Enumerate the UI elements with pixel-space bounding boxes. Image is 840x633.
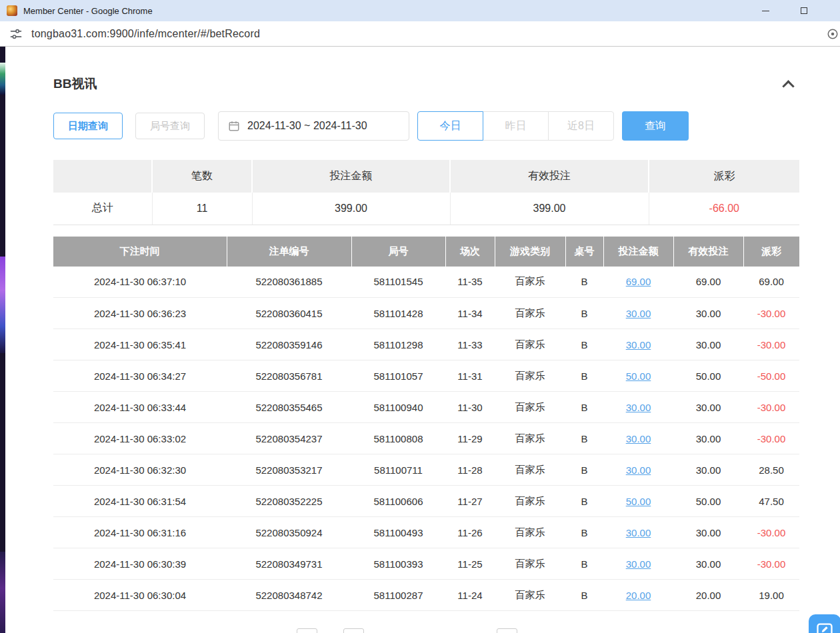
cell-valid: 30.00: [673, 517, 743, 548]
bet-amount-link[interactable]: 30.00: [626, 464, 651, 476]
date-range-picker[interactable]: 2024-11-30 ~ 2024-11-30: [218, 111, 409, 141]
cell-payout: -30.00: [743, 392, 799, 423]
cell-round: 581100808: [351, 423, 445, 454]
bet-amount-link[interactable]: 30.00: [626, 433, 651, 444]
minimize-button[interactable]: [746, 0, 785, 21]
cell-round: 581101428: [351, 298, 445, 329]
bet-amount-link[interactable]: 50.00: [626, 496, 651, 507]
cell-payout: -30.00: [743, 298, 799, 329]
cell-session: 11-25: [445, 548, 495, 580]
cell-valid: 50.00: [673, 486, 743, 517]
cell-valid: 30.00: [673, 454, 743, 486]
summary-corner-cell: [53, 160, 152, 193]
summary-valid-bet: 399.00: [450, 193, 649, 225]
bet-record-row: 2024-11-30 06:31:54522080352225581100606…: [53, 486, 799, 517]
cell-time: 2024-11-30 06:36:23: [53, 298, 227, 329]
cell-round: 581101298: [351, 329, 445, 360]
cell-time: 2024-11-30 06:32:30: [53, 454, 227, 486]
cell-time: 2024-11-30 06:35:41: [53, 329, 227, 360]
bet-amount-link[interactable]: 30.00: [626, 308, 651, 319]
records-column-header: 派彩: [743, 237, 799, 267]
cell-table_no: B: [565, 454, 603, 486]
records-column-header: 桌号: [565, 237, 603, 267]
pagination-button[interactable]: [297, 628, 317, 633]
pagination-button[interactable]: [497, 628, 517, 633]
cell-bet_no: 522080348742: [227, 580, 351, 611]
summary-header-row: 笔数 投注金额 有效投注 派彩: [53, 160, 799, 193]
records-column-header: 注单编号: [227, 237, 351, 267]
date-query-tab[interactable]: 日期查询: [53, 113, 123, 139]
summary-table: 笔数 投注金额 有效投注 派彩 总计 11 399.00 399.00 -66.…: [53, 160, 799, 225]
quick-date-group: 今日 昨日 近8日: [417, 111, 614, 141]
cell-game: 百家乐: [495, 454, 565, 486]
background-page-strip: [0, 47, 5, 633]
background-fragment: [0, 257, 5, 353]
records-column-header: 下注时间: [53, 237, 227, 267]
browser-action-icon[interactable]: [827, 28, 839, 43]
cell-round: 581100287: [351, 580, 445, 611]
pagination-button[interactable]: [343, 628, 364, 633]
bet-record-row: 2024-11-30 06:35:41522080359146581101298…: [53, 329, 799, 360]
cell-game: 百家乐: [495, 517, 565, 548]
last-8-days-button[interactable]: 近8日: [548, 111, 614, 141]
cell-bet_no: 522080353217: [227, 454, 351, 486]
bet-amount-cell: 30.00: [603, 298, 673, 329]
cell-table_no: B: [565, 392, 603, 423]
close-button[interactable]: ×: [823, 0, 840, 21]
date-range-value: 2024-11-30 ~ 2024-11-30: [247, 120, 367, 132]
bet-amount-cell: 30.00: [603, 423, 673, 454]
bet-record-row: 2024-11-30 06:30:04522080348742581100287…: [53, 580, 799, 611]
bet-amount-link[interactable]: 20.00: [626, 590, 651, 601]
cell-table_no: B: [565, 298, 603, 329]
cell-session: 11-31: [445, 360, 495, 392]
cell-table_no: B: [565, 517, 603, 548]
cell-table_no: B: [565, 423, 603, 454]
bet-amount-link[interactable]: 69.00: [626, 276, 651, 287]
cell-time: 2024-11-30 06:30:39: [53, 548, 227, 580]
url-text[interactable]: tongbao31.com:9900/infe/mcenter/#/betRec…: [31, 28, 260, 40]
cell-time: 2024-11-30 06:33:44: [53, 392, 227, 423]
cell-session: 11-27: [445, 486, 495, 517]
calendar-icon: [228, 120, 240, 132]
cell-round: 581100711: [351, 454, 445, 486]
minimize-icon: [762, 11, 769, 11]
cell-table_no: B: [565, 267, 603, 298]
records-header-row: 下注时间注单编号局号场次游戏类别桌号投注金额有效投注派彩: [53, 237, 799, 267]
cell-time: 2024-11-30 06:34:27: [53, 360, 227, 392]
cell-valid: 30.00: [673, 423, 743, 454]
cell-time: 2024-11-30 06:33:02: [53, 423, 227, 454]
cell-game: 百家乐: [495, 548, 565, 580]
bet-amount-link[interactable]: 30.00: [626, 339, 651, 350]
bet-record-row: 2024-11-30 06:31:16522080350924581100493…: [53, 517, 799, 548]
summary-column-header: 笔数: [152, 160, 252, 193]
bet-records-table: 下注时间注单编号局号场次游戏类别桌号投注金额有效投注派彩 2024-11-30 …: [53, 237, 799, 612]
bet-record-row: 2024-11-30 06:36:23522080360415581101428…: [53, 298, 799, 329]
cell-session: 11-33: [445, 329, 495, 360]
bet-record-page: BB视讯 日期查询 局号查询 2024-11-30 ~ 2024-11-30 今…: [0, 47, 840, 633]
search-button[interactable]: 查询: [622, 111, 689, 141]
maximize-button[interactable]: [785, 0, 823, 21]
bet-amount-link[interactable]: 30.00: [626, 402, 651, 413]
summary-total-row: 总计 11 399.00 399.00 -66.00: [53, 193, 799, 225]
today-button[interactable]: 今日: [417, 111, 483, 141]
cell-time: 2024-11-30 06:31:16: [53, 517, 227, 548]
summary-count: 11: [152, 193, 252, 225]
bet-amount-link[interactable]: 50.00: [626, 370, 651, 382]
bet-record-row: 2024-11-30 06:30:39522080349731581100393…: [53, 548, 799, 580]
cell-game: 百家乐: [495, 298, 565, 329]
cell-payout: -30.00: [743, 517, 799, 548]
round-query-tab[interactable]: 局号查询: [135, 113, 205, 139]
cell-bet_no: 522080354237: [227, 423, 351, 454]
collapse-chevron-icon[interactable]: [782, 80, 794, 92]
bet-amount-link[interactable]: 30.00: [626, 527, 651, 538]
customer-service-button[interactable]: [809, 614, 840, 633]
bet-amount-cell: 50.00: [603, 486, 673, 517]
site-settings-icon[interactable]: [9, 27, 23, 41]
bet-amount-link[interactable]: 30.00: [626, 558, 651, 570]
cell-table_no: B: [565, 486, 603, 517]
cell-game: 百家乐: [495, 329, 565, 360]
yesterday-button[interactable]: 昨日: [483, 111, 549, 141]
cell-payout: -30.00: [743, 329, 799, 360]
cell-bet_no: 522080349731: [227, 548, 351, 580]
cell-table_no: B: [565, 580, 603, 611]
